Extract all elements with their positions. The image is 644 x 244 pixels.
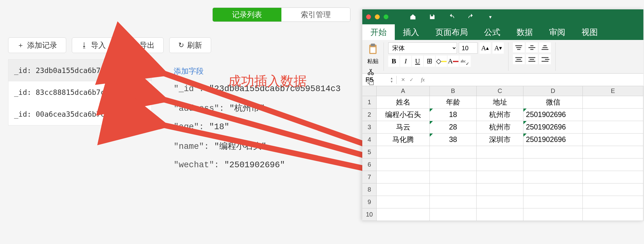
italic-button[interactable]: I	[400, 56, 411, 67]
cell[interactable]	[523, 159, 583, 171]
record-item[interactable]: _id: 00a6cea35dca6b7c0596c8...	[8, 103, 151, 125]
font-size-input[interactable]	[459, 42, 478, 54]
cell[interactable]: 2501902696	[523, 121, 583, 134]
cell[interactable]	[477, 159, 523, 171]
cell[interactable]	[583, 196, 643, 208]
ribbon-tab-layout[interactable]: 页面布局	[427, 24, 476, 40]
window-close-button[interactable]	[366, 14, 371, 19]
align-right-button[interactable]	[539, 54, 551, 64]
cell[interactable]: 杭州市	[477, 121, 523, 134]
export-button[interactable]: ⭱导出	[121, 37, 164, 53]
phonetic-button[interactable]: abc✓	[459, 56, 471, 67]
column-header[interactable]: D	[523, 86, 583, 96]
row-header[interactable]: 2	[362, 109, 377, 121]
namebox-stepper[interactable]: ▲▼	[390, 76, 393, 83]
cell[interactable]	[583, 146, 643, 159]
cell[interactable]: 微信	[523, 96, 583, 109]
cell[interactable]	[477, 146, 523, 159]
window-minimize-button[interactable]	[375, 14, 380, 19]
ribbon-tab-data[interactable]: 数据	[508, 24, 541, 40]
row-header[interactable]: 10	[362, 208, 377, 221]
column-header[interactable]: B	[430, 86, 477, 96]
ribbon-tab-review[interactable]: 审阅	[541, 24, 573, 40]
cell[interactable]: 马化腾	[377, 134, 430, 146]
column-header[interactable]: A	[377, 86, 430, 96]
cell[interactable]: 2501902696	[523, 134, 583, 146]
cell[interactable]: 杭州市	[477, 109, 523, 121]
align-middle-button[interactable]	[526, 42, 538, 52]
cell[interactable]: 2501902696	[523, 109, 583, 121]
undo-icon[interactable]	[447, 12, 457, 22]
confirm-formula-icon[interactable]: ✓	[409, 77, 414, 83]
cell[interactable]	[377, 159, 430, 171]
row-header[interactable]: 8	[362, 183, 377, 196]
row-header[interactable]: 6	[362, 159, 377, 171]
row-header[interactable]: 7	[362, 171, 377, 183]
customize-qat-icon[interactable]: ▾	[485, 12, 495, 22]
cell[interactable]: 地址	[477, 96, 523, 109]
cell[interactable]	[583, 109, 643, 121]
import-button[interactable]: ⭳导入	[72, 37, 115, 53]
cell[interactable]	[523, 196, 583, 208]
border-button[interactable]: ⊞	[424, 56, 435, 67]
spreadsheet-grid[interactable]: A B C D E 1 姓名 年龄 地址 微信 2 编程小石头 18 杭州市 2…	[362, 86, 643, 221]
ribbon-tab-home[interactable]: 开始	[362, 24, 395, 40]
cell[interactable]: 深圳市	[477, 134, 523, 146]
row-header[interactable]: 9	[362, 196, 377, 208]
cell[interactable]	[430, 159, 477, 171]
decrease-font-icon[interactable]: A▾	[493, 42, 504, 54]
font-color-button[interactable]: A	[448, 56, 459, 67]
cell[interactable]: 28	[430, 121, 477, 134]
home-icon[interactable]	[408, 12, 418, 22]
record-item[interactable]: _id: 23db0a155dca6b7c0595814...	[8, 60, 151, 81]
align-left-button[interactable]	[513, 54, 525, 64]
name-box[interactable]: F5▲▼	[362, 76, 397, 84]
window-zoom-button[interactable]	[384, 14, 389, 19]
cell[interactable]	[583, 121, 643, 134]
cell[interactable]	[430, 208, 477, 221]
align-top-button[interactable]	[513, 42, 525, 52]
redo-icon[interactable]	[466, 12, 476, 22]
save-icon[interactable]	[427, 12, 437, 22]
cut-icon[interactable]	[367, 68, 375, 76]
font-name-select[interactable]: 宋体	[388, 42, 457, 54]
row-header[interactable]: 1	[362, 96, 377, 109]
align-center-button[interactable]	[526, 54, 538, 64]
paste-button[interactable]: 粘贴	[367, 42, 379, 65]
cell[interactable]	[477, 171, 523, 183]
column-header[interactable]: C	[477, 86, 523, 96]
cell[interactable]	[583, 96, 643, 109]
cell[interactable]	[523, 171, 583, 183]
align-bottom-button[interactable]	[539, 42, 551, 52]
cell[interactable]	[583, 208, 643, 221]
bold-button[interactable]: B	[388, 56, 399, 67]
tab-records-list[interactable]: 记录列表	[213, 8, 281, 22]
add-record-button[interactable]: ＋添加记录	[8, 37, 66, 53]
cell[interactable]: 姓名	[377, 96, 430, 109]
cell[interactable]	[477, 183, 523, 196]
cell[interactable]	[523, 146, 583, 159]
cell[interactable]	[523, 183, 583, 196]
cell[interactable]	[583, 183, 643, 196]
cell[interactable]: 编程小石头	[377, 109, 430, 121]
row-header[interactable]: 5	[362, 146, 377, 159]
underline-button[interactable]: U	[412, 56, 423, 67]
cell[interactable]	[477, 208, 523, 221]
cancel-formula-icon[interactable]: ✕	[401, 77, 405, 83]
row-header[interactable]: 4	[362, 134, 377, 146]
ribbon-tab-view[interactable]: 视图	[573, 24, 606, 40]
cell[interactable]	[377, 208, 430, 221]
row-header[interactable]: 3	[362, 121, 377, 134]
cell[interactable]: 38	[430, 134, 477, 146]
cell[interactable]	[477, 196, 523, 208]
cell[interactable]	[377, 146, 430, 159]
cell[interactable]	[583, 159, 643, 171]
cell[interactable]	[583, 171, 643, 183]
cell[interactable]: 18	[430, 109, 477, 121]
cell[interactable]	[583, 134, 643, 146]
cell[interactable]	[377, 171, 430, 183]
record-item[interactable]: _id: 83cc88815dca6b7c0598e3...	[8, 81, 151, 103]
cell[interactable]: 年龄	[430, 96, 477, 109]
column-header[interactable]: E	[583, 86, 643, 96]
cell[interactable]	[430, 171, 477, 183]
